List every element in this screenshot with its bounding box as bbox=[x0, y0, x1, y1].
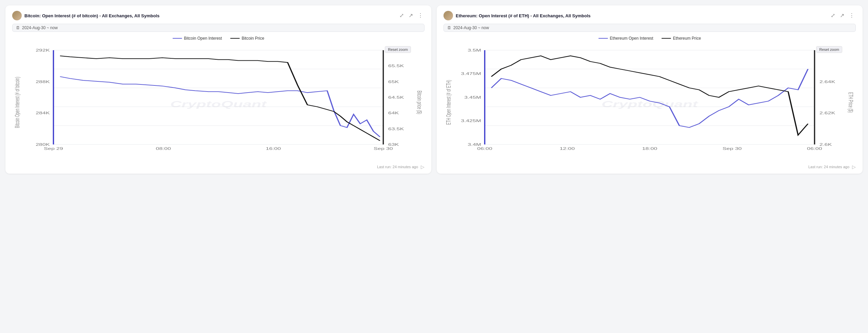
y-left-tick: 292K bbox=[36, 48, 50, 52]
y-right-tick: 2.62K bbox=[820, 111, 835, 115]
date-range-text: 2024-Aug-30 ~ now bbox=[22, 25, 58, 30]
x-tick: 08:00 bbox=[156, 147, 171, 151]
y-right-tick: 63.5K bbox=[388, 127, 404, 131]
play-button[interactable]: ▷ bbox=[421, 164, 425, 170]
date-range-badge[interactable]: 🗓2024-Aug-30 ~ now bbox=[12, 24, 425, 32]
price-line bbox=[491, 56, 808, 135]
legend-label: Bitcoin Open Interest bbox=[184, 36, 222, 41]
y-left-tick: 3.425M bbox=[461, 119, 481, 123]
y-left-tick: 288K bbox=[36, 80, 50, 84]
legend-item: Ethereum Price bbox=[662, 36, 701, 41]
x-tick: Sep 30 bbox=[723, 147, 742, 151]
legend-label: Bitcoin Price bbox=[242, 36, 264, 41]
header-actions: ⤢↗⋮ bbox=[829, 12, 856, 19]
calendar-icon: 🗓 bbox=[447, 25, 451, 30]
legend-item: Bitcoin Open Interest bbox=[173, 36, 222, 41]
watermark-text: CryptoQuant bbox=[170, 99, 267, 109]
chart-footer: Last run: 24 minutes ago▷ bbox=[443, 163, 856, 170]
x-tick: 18:00 bbox=[642, 147, 657, 151]
y-left-label: ETH Open Interest (# of ETH) bbox=[445, 80, 452, 125]
y-left-label: Bitcoin Open Interest (# of bitcoin) bbox=[14, 77, 21, 128]
chart-svg: CryptoQuant280K284K288K292K63K63.5K64K64… bbox=[12, 45, 425, 160]
y-left-tick: 3.4M bbox=[468, 143, 481, 146]
x-tick: 16:00 bbox=[266, 147, 281, 151]
chart-legend: Ethereum Open InterestEthereum Price bbox=[443, 35, 856, 41]
card-header: Bitcoin: Open Interest (# of bitcoin) - … bbox=[12, 11, 425, 20]
y-right-tick: 65.5K bbox=[388, 64, 404, 68]
y-right-label: Bitcoin price ($) bbox=[416, 91, 423, 114]
y-left-tick: 280K bbox=[36, 143, 50, 146]
chart-title: Bitcoin: Open Interest (# of bitcoin) - … bbox=[24, 13, 159, 18]
chart-legend: Bitcoin Open InterestBitcoin Price bbox=[12, 35, 425, 41]
y-right-label: ETH Price ($) bbox=[847, 92, 854, 113]
y-left-tick: 284K bbox=[36, 111, 50, 115]
legend-item: Ethereum Open Interest bbox=[598, 36, 653, 41]
y-right-tick: 64K bbox=[388, 111, 399, 115]
watermark-text: CryptoQuant bbox=[601, 99, 698, 109]
reset-zoom-button[interactable]: Reset zoom bbox=[385, 46, 411, 53]
date-range-text: 2024-Aug-30 ~ now bbox=[453, 25, 489, 30]
calendar-icon: 🗓 bbox=[16, 25, 20, 30]
reset-zoom-button[interactable]: Reset zoom bbox=[816, 46, 842, 53]
last-run-text: Last run: 24 minutes ago bbox=[377, 165, 418, 169]
card-header: Ethereum: Open Interest (# of ETH) - All… bbox=[443, 11, 856, 20]
legend-label: Ethereum Open Interest bbox=[610, 36, 653, 41]
y-left-tick: 3.45M bbox=[464, 96, 481, 99]
chart-card-bitcoin: Bitcoin: Open Interest (# of bitcoin) - … bbox=[5, 5, 431, 174]
chart-footer: Last run: 24 minutes ago▷ bbox=[12, 163, 425, 170]
expand-icon[interactable]: ⤢ bbox=[829, 12, 836, 19]
play-button[interactable]: ▷ bbox=[852, 164, 856, 170]
avatar bbox=[443, 11, 453, 20]
expand-icon[interactable]: ⤢ bbox=[398, 12, 405, 19]
price-line bbox=[60, 56, 380, 141]
chart-svg: CryptoQuant3.4M3.425M3.45M3.475M3.5M2.6K… bbox=[443, 45, 856, 160]
header-left: Ethereum: Open Interest (# of ETH) - All… bbox=[443, 11, 591, 20]
legend-label: Ethereum Price bbox=[673, 36, 701, 41]
x-tick: Sep 29 bbox=[44, 147, 63, 151]
date-range-badge[interactable]: 🗓2024-Aug-30 ~ now bbox=[443, 24, 856, 32]
external-icon[interactable]: ↗ bbox=[839, 12, 846, 19]
chart-title: Ethereum: Open Interest (# of ETH) - All… bbox=[456, 13, 591, 18]
chart-card-ethereum: Ethereum: Open Interest (# of ETH) - All… bbox=[437, 5, 863, 174]
legend-item: Bitcoin Price bbox=[230, 36, 264, 41]
chart-area: Reset zoomCryptoQuant280K284K288K292K63K… bbox=[12, 45, 425, 160]
last-run-text: Last run: 24 minutes ago bbox=[808, 165, 849, 169]
y-right-tick: 64.5K bbox=[388, 96, 404, 99]
y-right-tick: 63K bbox=[388, 143, 399, 146]
header-actions: ⤢↗⋮ bbox=[398, 12, 425, 19]
open-interest-line bbox=[491, 69, 808, 128]
external-icon[interactable]: ↗ bbox=[407, 12, 414, 19]
x-tick: Sep 30 bbox=[374, 147, 393, 151]
x-tick: 12:00 bbox=[559, 147, 575, 151]
chart-area: Reset zoomCryptoQuant3.4M3.425M3.45M3.47… bbox=[443, 45, 856, 160]
y-left-tick: 3.5M bbox=[468, 48, 481, 52]
header-left: Bitcoin: Open Interest (# of bitcoin) - … bbox=[12, 11, 159, 20]
avatar bbox=[12, 11, 22, 20]
y-left-tick: 3.475M bbox=[461, 72, 481, 76]
y-right-tick: 65K bbox=[388, 80, 399, 84]
more-icon[interactable]: ⋮ bbox=[416, 12, 425, 19]
x-tick: 06:00 bbox=[477, 147, 492, 151]
x-tick: 06:00 bbox=[807, 147, 822, 151]
y-right-tick: 2.6K bbox=[820, 143, 832, 146]
more-icon[interactable]: ⋮ bbox=[848, 12, 856, 19]
y-right-tick: 2.64K bbox=[820, 80, 835, 84]
